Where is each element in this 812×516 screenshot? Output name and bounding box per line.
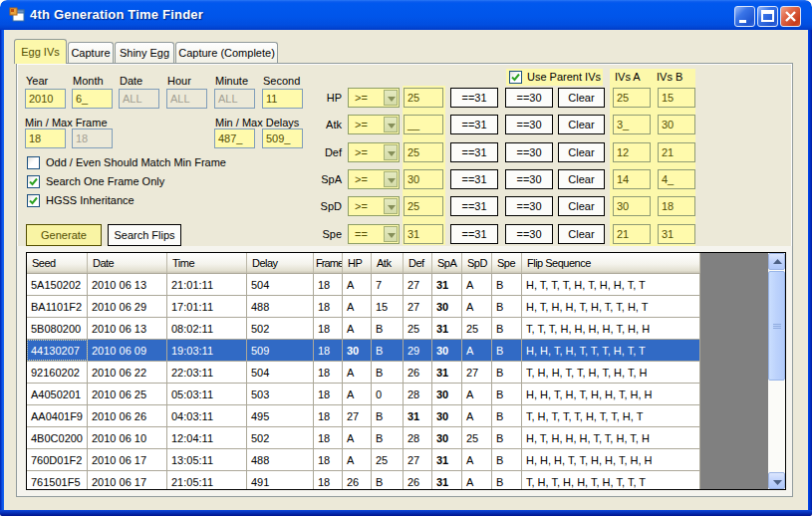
iv-op-select-def[interactable]: >= xyxy=(348,142,400,162)
cell-def: 29 xyxy=(404,340,432,361)
grid-header-spe[interactable]: Spe xyxy=(492,253,522,273)
set-31-button-atk[interactable]: ==31 xyxy=(450,115,498,134)
checkbox-odd-even-should-match-min-frame[interactable] xyxy=(27,156,40,169)
close-button[interactable] xyxy=(780,6,801,27)
cell-atk: 25 xyxy=(372,449,404,470)
iv-b-input-spe[interactable]: 31 xyxy=(658,224,695,244)
iv-op-select-spa[interactable]: >= xyxy=(348,169,400,189)
cell-spd: 25 xyxy=(462,427,492,448)
grid-header-time[interactable]: Time xyxy=(167,253,247,273)
grid-header-spa[interactable]: SpA xyxy=(432,253,462,273)
clear-button-spa[interactable]: Clear xyxy=(558,169,605,189)
iv-label-spa: SpA xyxy=(299,173,342,186)
grid-row-5A150202[interactable]: 5A1502022010 06 1321:01:1150418A72731ABH… xyxy=(27,274,700,296)
set-30-button-spe[interactable]: ==30 xyxy=(505,224,553,244)
set-30-button-def[interactable]: ==30 xyxy=(505,142,553,162)
scroll-down-button[interactable] xyxy=(768,472,785,489)
grid-row-AA0401F9[interactable]: AA0401F92010 06 2604:03:114951827B3130AB… xyxy=(27,405,700,427)
set-30-button-atk[interactable]: ==30 xyxy=(505,115,553,134)
set-31-button-hp[interactable]: ==31 xyxy=(450,88,498,108)
grid-header-frame[interactable]: Frame xyxy=(314,253,343,273)
max-delay-input[interactable]: 509_ xyxy=(262,129,303,148)
set-31-button-spe[interactable]: ==31 xyxy=(450,224,498,244)
iv-a-input-hp[interactable]: 25 xyxy=(613,88,651,108)
set-30-button-hp[interactable]: ==30 xyxy=(505,88,553,108)
checkbox-label: Search One Frame Only xyxy=(46,175,164,188)
set-31-button-spa[interactable]: ==31 xyxy=(450,169,498,189)
iv-value-input-spa[interactable]: 30 xyxy=(404,169,443,189)
iv-b-input-spa[interactable]: 4_ xyxy=(658,169,695,189)
grid-header-flip-sequence[interactable]: Flip Sequence xyxy=(522,253,700,273)
set-30-button-spd[interactable]: ==30 xyxy=(505,196,553,216)
clear-button-def[interactable]: Clear xyxy=(558,142,605,162)
generate-button[interactable]: Generate xyxy=(26,224,102,246)
grid-row-4B0C0200[interactable]: 4B0C02002010 06 1012:04:1150218AB283025B… xyxy=(27,427,700,449)
minimize-button[interactable] xyxy=(734,6,755,27)
iv-op-select-spe[interactable]: == xyxy=(348,224,400,244)
set-30-button-spa[interactable]: ==30 xyxy=(505,169,553,189)
grid-row-760D01F2[interactable]: 760D01F22010 06 1713:05:1148818A252731AB… xyxy=(27,449,700,471)
checkbox-hgss-inheritance[interactable] xyxy=(27,194,40,207)
iv-op-select-hp[interactable]: >= xyxy=(348,88,400,108)
tab-capture-complete[interactable]: Capture (Complete) xyxy=(175,42,278,64)
min-frame-input[interactable]: 18 xyxy=(25,129,66,148)
cell-hp: A xyxy=(343,274,372,295)
tab-egg-ivs[interactable]: Egg IVs xyxy=(14,39,67,64)
iv-b-input-def[interactable]: 21 xyxy=(658,142,695,162)
iv-a-input-spd[interactable]: 30 xyxy=(613,196,651,216)
cell-atk: B xyxy=(372,405,404,426)
grid-row-44130207[interactable]: 441302072010 06 0919:03:115091830B2930AB… xyxy=(27,340,700,362)
clear-button-hp[interactable]: Clear xyxy=(558,88,605,108)
grid-row-A4050201[interactable]: A40502012010 06 2505:03:1150318A02830ABH… xyxy=(27,384,700,405)
grid-header-seed[interactable]: Seed xyxy=(27,253,88,273)
iv-value-input-atk[interactable]: __ xyxy=(404,115,443,134)
clear-button-spe[interactable]: Clear xyxy=(558,224,605,244)
grid-header-spd[interactable]: SpD xyxy=(462,253,492,273)
grid-header-atk[interactable]: Atk xyxy=(372,253,404,273)
clear-button-atk[interactable]: Clear xyxy=(558,115,605,134)
iv-a-input-spe[interactable]: 21 xyxy=(613,224,651,244)
iv-value-input-hp[interactable]: 25 xyxy=(404,88,443,108)
iv-value-input-spd[interactable]: 25 xyxy=(404,196,443,216)
iv-b-input-hp[interactable]: 15 xyxy=(658,88,695,108)
iv-op-select-spd[interactable]: >= xyxy=(348,196,400,216)
year-input[interactable]: 2010 xyxy=(25,89,66,109)
tab-capture[interactable]: Capture xyxy=(68,42,114,64)
scroll-up-button[interactable] xyxy=(768,253,785,270)
set-31-button-spd[interactable]: ==31 xyxy=(450,196,498,216)
grid-row-761501F5[interactable]: 761501F52010 06 1721:05:114911826B2631AB… xyxy=(27,471,700,489)
search-flips-button[interactable]: Search Flips xyxy=(108,224,181,246)
iv-b-input-spd[interactable]: 18 xyxy=(658,196,695,216)
min-delay-input[interactable]: 487_ xyxy=(214,129,255,148)
iv-value-input-def[interactable]: 25 xyxy=(404,142,443,162)
grid-header-date[interactable]: Date xyxy=(88,253,167,273)
grid-row-BA1101F2[interactable]: BA1101F22010 06 2917:01:1148818A152730AB… xyxy=(27,296,700,318)
tab-shiny-egg[interactable]: Shiny Egg xyxy=(115,42,174,64)
iv-b-input-atk[interactable]: 30 xyxy=(658,115,695,134)
iv-a-input-atk[interactable]: 3_ xyxy=(613,115,651,134)
cell-atk: B xyxy=(372,340,404,361)
vertical-scrollbar[interactable] xyxy=(768,253,785,489)
title-bar: 4th Generation Time Finder xyxy=(0,0,812,30)
clear-button-spd[interactable]: Clear xyxy=(558,196,605,216)
iv-op-select-atk[interactable]: >= xyxy=(348,115,400,134)
ivs-a-header: IVs A xyxy=(615,71,641,84)
grid-header-hp[interactable]: HP xyxy=(343,253,372,273)
checkbox-search-one-frame-only[interactable] xyxy=(27,175,40,188)
cell-frame: 18 xyxy=(314,427,343,448)
iv-a-input-spa[interactable]: 14 xyxy=(613,169,651,189)
grid-row-92160202[interactable]: 921602022010 06 2222:03:1150418AB263127B… xyxy=(27,362,700,384)
maximize-button[interactable] xyxy=(757,6,778,27)
iv-a-input-def[interactable]: 12 xyxy=(613,142,651,162)
month-input[interactable]: 6_ xyxy=(72,89,113,109)
grid-header-delay[interactable]: Delay xyxy=(247,253,314,273)
scroll-thumb[interactable] xyxy=(768,271,785,381)
second-input[interactable]: 11 xyxy=(262,89,303,109)
set-31-button-def[interactable]: ==31 xyxy=(450,142,498,162)
iv-value-input-spe[interactable]: 31 xyxy=(404,224,443,244)
grid-header-def[interactable]: Def xyxy=(404,253,432,273)
ivs-b-header: IVs B xyxy=(657,71,682,84)
cell-date: 2010 06 13 xyxy=(88,274,167,295)
grid-row-5B080200[interactable]: 5B0802002010 06 1308:02:1150218AB253125B… xyxy=(27,318,700,340)
checkbox-use-parent-ivs[interactable] xyxy=(509,71,522,84)
